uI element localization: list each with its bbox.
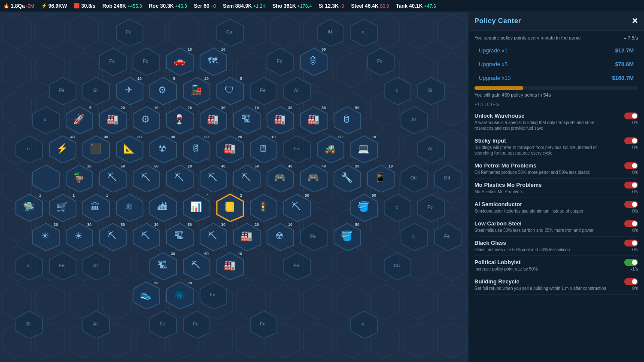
hex-cell-r4-c5[interactable]: 50🛢 [180,133,211,164]
hex-cell-r3-c4[interactable]: 20🍷 [164,104,194,135]
hex-cell-r6-c11[interactable]: c [381,192,412,222]
hex-cell-r4-c3[interactable]: 30📐 [113,133,144,164]
hex-cell-r2-c4[interactable]: 5⚙ [147,75,178,106]
hex-cell-r2-c3[interactable]: 10✈ [113,75,144,106]
upgrade-x5-button[interactable]: Upgrade x5 $70.6M [474,58,638,70]
hex-cell-r7-c5[interactable]: 30⛏ [197,221,228,252]
hex-cell-r3-c9[interactable]: 50🛢 [331,104,362,135]
hex-cell-r3-c1[interactable]: 5🚀 [63,104,94,135]
hex-cell-r5-c1[interactable]: 10🦆 [63,162,94,193]
hex-cell-r3-c7[interactable]: 30🏭 [264,104,295,135]
hex-cell-r8-c1[interactable]: Fe [46,250,77,281]
policy-toggle-7[interactable] [624,259,638,266]
policy-body[interactable]: You acquire policy points every minute i… [468,30,644,362]
hex-cell-r8-c4[interactable]: 30🏗 [147,250,178,281]
hex-cell-r7-c0[interactable]: 30☀ [30,221,61,252]
hex-cell-r5-c3[interactable]: 50⛏ [130,162,161,193]
hex-cell-r8-c0[interactable]: c [13,250,44,281]
hex-cell-r6-c6[interactable]: 2📒 [214,192,245,222]
hex-cell-r6-c5[interactable]: 4📊 [180,192,211,222]
hex-cell-r4-c4[interactable]: 30☢ [147,133,178,164]
policy-toggle-1[interactable] [624,137,638,144]
hex-cell-r2-c8[interactable]: Al [281,75,312,106]
hex-cell-r10-c0[interactable]: Si [13,308,44,339]
hex-cell-r9-c4[interactable]: 20🧥 [164,279,194,310]
hex-cell-r3-c6[interactable]: 10🏗 [231,104,261,135]
hex-cell-r2-c5[interactable]: 20🚂 [180,75,211,106]
hex-cell-r7-c11[interactable]: c [398,221,429,252]
hex-cell-r10-c10[interactable]: c [348,308,379,339]
hex-cell-r7-c6[interactable]: 20🏭 [231,221,261,252]
hex-cell-r1-c7[interactable]: Fe [264,46,295,76]
hex-cell-r5-c4[interactable]: 20⛏ [164,162,194,193]
policy-toggle-6[interactable] [624,240,638,246]
hex-cell-r6-c1[interactable]: 1🛒 [46,192,77,222]
hex-cell-r2-c11[interactable]: c [381,75,412,106]
hex-cell-r5-c10[interactable]: 10📱 [365,162,395,193]
hex-cell-r4-c0[interactable]: c [13,133,44,164]
hex-cell-r5-c0[interactable] [30,162,61,193]
policy-toggle-8[interactable] [624,278,638,285]
hex-cell-r10-c2[interactable]: Al [80,308,111,339]
hex-cell-r3-c11[interactable]: Al [398,104,429,135]
hex-cell-r9-c3[interactable]: 20👟 [130,279,161,310]
hex-cell-r0-c9[interactable]: Al [314,16,345,47]
hex-cell-r10-c7[interactable]: Fe [247,308,278,339]
policy-toggle-0[interactable] [624,113,638,119]
hex-cell-r0-c6[interactable]: Cu [214,16,245,47]
hex-cell-r7-c12[interactable]: Fe [431,221,462,252]
hex-cell-r4-c1[interactable]: 40⚡ [46,133,77,164]
hex-cell-r3-c3[interactable]: 10⚙ [130,104,161,135]
hex-cell-r5-c5[interactable]: 40⛏ [197,162,228,193]
hex-cell-r4-c10[interactable]: 10💻 [348,133,379,164]
hex-cell-r2-c12[interactable]: Si [415,75,446,106]
policy-toggle-2[interactable] [624,162,638,169]
hex-cell-r5-c9[interactable]: 20🔧 [331,162,362,193]
hex-cell-r2-c1[interactable]: Fe [46,75,77,106]
hex-cell-r4-c8[interactable]: Fe [281,133,312,164]
hex-cell-r4-c7[interactable]: 10🖥 [247,133,278,164]
hex-cell-r7-c2[interactable]: 50⛏ [97,221,128,252]
hex-cell-r6-c7[interactable]: 🚦 [247,192,278,222]
hex-cell-r3-c0[interactable]: c [30,104,61,135]
hex-cell-r7-c1[interactable]: 30☀ [63,221,94,252]
hex-cell-r1-c4[interactable]: 10🚗 [164,46,194,76]
hex-cell-r7-c8[interactable]: Fe [298,221,328,252]
hex-cell-r4-c2[interactable]: 30⬛ [80,133,111,164]
hex-cell-r9-c5[interactable]: Fe [197,279,228,310]
hex-cell-r1-c3[interactable]: Fe [130,46,161,76]
hex-cell-r7-c7[interactable]: 10☢ [264,221,295,252]
hex-cell-r4-c9[interactable]: 50🚜 [314,133,345,164]
hex-cell-r0-c3[interactable]: Fe [113,16,144,47]
hex-cell-r8-c6[interactable]: 10🏭 [214,250,245,281]
hex-cell-r6-c12[interactable]: Fe [415,192,446,222]
hex-cell-r1-c5[interactable]: 10🗺 [197,46,228,76]
hex-cell-r5-c8[interactable]: 40🎮 [298,162,328,193]
hex-cell-r6-c2[interactable]: 1🏛 [80,192,111,222]
hex-cell-r2-c6[interactable]: 5🛡 [214,75,245,106]
hex-cell-r10-c4[interactable]: Fe [147,308,178,339]
hex-cell-r3-c5[interactable]: 30🏭 [197,104,228,135]
hex-cell-r5-c7[interactable]: 40🎮 [264,162,295,193]
hex-cell-r10-c5[interactable]: Fe [180,308,211,339]
game-area[interactable]: FeCuAlcFeFe10🚗10🗺Fe50🛢FeFeSi10✈5⚙20🚂5🛡Fe… [0,12,468,362]
policy-toggle-5[interactable] [624,220,638,227]
hex-cell-r6-c10[interactable]: 50🪣 [348,192,379,222]
hex-cell-r5-c2[interactable]: 50⛏ [97,162,128,193]
hex-cell-r6-c3[interactable]: ⚛ [113,192,144,222]
hex-cell-r8-c2[interactable]: Al [80,250,111,281]
hex-cell-r0-c10[interactable]: c [348,16,379,47]
hex-cell-r2-c2[interactable]: Si [80,75,111,106]
hex-cell-r1-c10[interactable]: Fe [365,46,395,76]
hex-cell-r1-c8[interactable]: 50🛢 [298,46,328,76]
hex-cell-r4-c6[interactable]: 20🏭 [214,133,245,164]
hex-cell-r5-c12[interactable]: Oil [431,162,462,193]
hex-cell-r8-c5[interactable]: 50⛏ [180,250,211,281]
upgrade-x1-button[interactable]: Upgrade x1 $12.7M [474,45,638,56]
hex-cell-r5-c11[interactable]: Oil [398,162,429,193]
hex-cell-r8-c8[interactable]: Fe [281,250,312,281]
hex-cell-r6-c4[interactable]: 🏙 [147,192,178,222]
hex-cell-r3-c8[interactable]: 30🏭 [298,104,328,135]
upgrade-x10-button[interactable]: Upgrade x10 $160.7M [474,72,638,84]
hex-cell-r2-c7[interactable]: Fe [247,75,278,106]
